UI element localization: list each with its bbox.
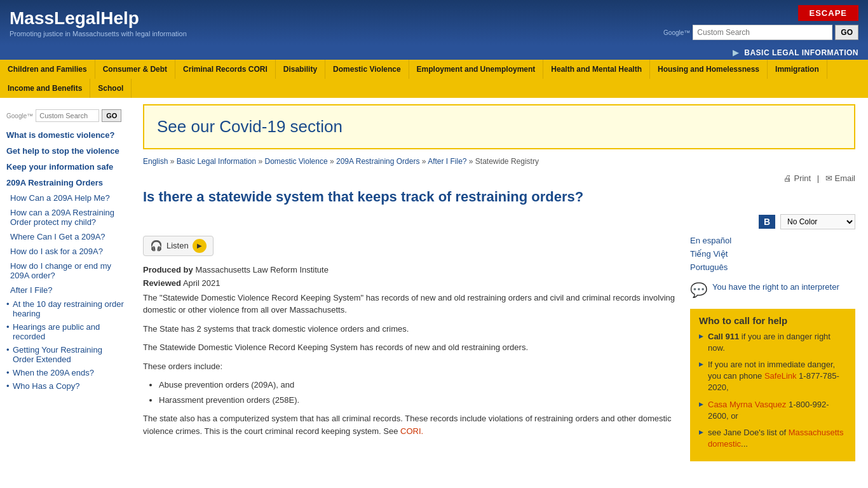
separator: | — [817, 173, 819, 183]
order-item-1: Harassment prevention orders (258E). — [159, 394, 677, 407]
sidebar-link-7[interactable]: How do I ask for a 209A? — [0, 244, 130, 259]
nav-item-criminal-records-cori[interactable]: Criminal Records CORI — [175, 60, 276, 79]
sidebar-link-0[interactable]: What is domestic violence? — [0, 127, 130, 143]
reviewed-label: Reviewed — [143, 278, 181, 288]
sidebar-link-9[interactable]: After I File? — [0, 283, 130, 297]
who-to-call-box: Who to call for help Call 911 if you are… — [690, 309, 855, 462]
nav-item-immigration[interactable]: Immigration — [768, 60, 827, 79]
play-button[interactable]: ▶ — [193, 239, 207, 253]
print-link[interactable]: Print — [794, 173, 811, 183]
email-link[interactable]: Email — [834, 173, 855, 183]
nav-item-children-and-families[interactable]: Children and Families — [0, 60, 95, 79]
browsealoud-bar: B No ColorHigh ContrastYellow on Black — [143, 214, 855, 229]
who-to-call-title: Who to call for help — [699, 315, 846, 326]
para-2: The State has 2 systems that track domes… — [143, 323, 677, 336]
sidebar-link-12[interactable]: Getting Your Restraining Order Extended — [0, 343, 130, 366]
nav-item-consumer--debt[interactable]: Consumer & Debt — [95, 60, 175, 79]
sidebar: Google™ GO What is domestic violence?Get… — [0, 98, 130, 474]
sidebar-link-8[interactable]: How do I change or end my 209A order? — [0, 259, 130, 283]
listen-bar: 🎧 Listen ▶ — [143, 236, 214, 256]
sidebar-link-13[interactable]: When the 209A ends? — [0, 366, 130, 379]
header-search-input[interactable] — [693, 25, 832, 40]
sidebar-google-label: Google™ — [6, 112, 33, 119]
nav-item-income-and-benefits[interactable]: Income and Benefits — [0, 79, 90, 98]
nav-item-health-and-mental-health[interactable]: Health and Mental Health — [543, 60, 650, 79]
sidebar-link-2[interactable]: Keep your information safe — [0, 159, 130, 175]
print-email-bar: 🖨 Print | ✉ Email — [143, 173, 855, 183]
nav-item-school[interactable]: School — [90, 79, 132, 98]
call-item-911: Call 911 if you are in danger right now. — [699, 331, 846, 354]
site-title[interactable]: MassLegalHelp — [10, 8, 139, 28]
interpreter-box: 💬 You have the right to an interpreter — [690, 282, 855, 299]
sidebar-search-input[interactable] — [36, 109, 99, 122]
cori-link[interactable]: CORI. — [400, 426, 423, 436]
right-sidebar: En español Tiếng Việt Português 💬 You ha… — [690, 236, 855, 462]
para-orders-include: These orders include: — [143, 360, 677, 373]
reviewed-line: Reviewed April 2021 — [143, 278, 677, 288]
language-links: En español Tiếng Việt Português — [690, 236, 855, 272]
header-search: Google™ GO — [663, 25, 858, 40]
para-3: The Statewide Domestic Violence Record K… — [143, 341, 677, 354]
article-body: The "Statewide Domestic Violence Record … — [143, 292, 677, 438]
browsealoud-button[interactable]: B — [759, 215, 775, 229]
sidebar-search-button[interactable]: GO — [102, 109, 121, 122]
breadcrumb-domestic-violence[interactable]: Domestic Violence — [264, 157, 327, 166]
basic-legal-arrow: ▶ — [733, 48, 739, 57]
content-area: See our Covid-19 section English » Basic… — [130, 98, 868, 474]
header-right: ESCAPE Google™ GO — [663, 5, 858, 40]
sidebar-link-1[interactable]: Get help to stop the violence — [0, 143, 130, 159]
print-icon: 🖨 — [783, 173, 792, 183]
nav-item-disability[interactable]: Disability — [276, 60, 325, 79]
page-title: Is there a statewide system that keeps t… — [143, 188, 855, 207]
breadcrumb-209a[interactable]: 209A Restraining Orders — [336, 157, 419, 166]
main-layout: Google™ GO What is domestic violence?Get… — [0, 98, 868, 474]
site-subtitle: Promoting justice in Massachusetts with … — [10, 30, 187, 37]
headphone-icon: 🎧 — [150, 240, 163, 252]
sidebar-link-14[interactable]: Who Has a Copy? — [0, 379, 130, 393]
call-item-safelink: If you are not in immediate danger, you … — [699, 359, 846, 394]
breadcrumb-basic-legal[interactable]: Basic Legal Information — [177, 157, 256, 166]
covid-banner[interactable]: See our Covid-19 section — [143, 104, 855, 149]
nav-item-employment-and-unemployment[interactable]: Employment and Unemployment — [409, 60, 544, 79]
para-cori: The state also has a computerized system… — [143, 412, 677, 437]
order-list: Abuse prevention orders (209A), and Hara… — [159, 379, 677, 406]
breadcrumb-current: Statewide Registry — [475, 157, 539, 166]
header-search-button[interactable]: GO — [835, 25, 858, 40]
reviewed-date: April 2021 — [183, 278, 220, 288]
listen-button[interactable]: Listen — [166, 241, 189, 250]
portugues-link[interactable]: Português — [690, 262, 855, 272]
covid-banner-text: See our Covid-19 section — [157, 117, 841, 137]
produced-by-label: Produced by — [143, 265, 193, 274]
email-icon: ✉ — [825, 173, 832, 183]
jane-doe-link[interactable]: Massachusetts domestic — [708, 428, 843, 449]
basic-legal-label: BASIC LEGAL INFORMATION — [744, 48, 858, 57]
casa-myrna-link[interactable]: Casa Myrna Vasquez — [708, 400, 786, 409]
breadcrumb-after-i-file[interactable]: After I File? — [428, 157, 466, 166]
sidebar-link-4[interactable]: How Can a 209A Help Me? — [0, 191, 130, 205]
escape-button[interactable]: ESCAPE — [798, 5, 858, 21]
safelink-link[interactable]: SafeLink — [764, 371, 797, 381]
nav-item-housing-and-homelessness[interactable]: Housing and Homelessness — [650, 60, 768, 79]
google-label: Google™ — [663, 29, 690, 36]
breadcrumb-english[interactable]: English — [143, 157, 168, 166]
produced-by: Produced by Massachusetts Law Reform Ins… — [143, 265, 677, 274]
sidebar-link-3[interactable]: 209A Restraining Orders — [0, 175, 130, 191]
interpreter-link[interactable]: You have the right to an interpreter — [712, 282, 839, 292]
produced-by-org: Massachusetts Law Reform Institute — [195, 265, 329, 274]
tieng-viet-link[interactable]: Tiếng Việt — [690, 249, 855, 259]
para-1: The "Statewide Domestic Violence Record … — [143, 292, 677, 316]
call-item-casa: Casa Myrna Vasquez 1-800-992-2600, or — [699, 399, 846, 422]
content-inner: 🎧 Listen ▶ Produced by Massachusetts Law… — [143, 236, 855, 462]
espanol-link[interactable]: En español — [690, 236, 855, 245]
main-text: 🎧 Listen ▶ Produced by Massachusetts Law… — [143, 236, 677, 462]
sidebar-link-10[interactable]: At the 10 day restraining order hearing — [0, 297, 130, 320]
sidebar-link-11[interactable]: Hearings are public and recorded — [0, 320, 130, 343]
sidebar-link-6[interactable]: Where Can I Get a 209A? — [0, 229, 130, 244]
basic-legal-bar[interactable]: ▶ BASIC LEGAL INFORMATION — [0, 45, 868, 60]
nav-item-domestic-violence[interactable]: Domestic Violence — [325, 60, 409, 79]
sidebar-links: What is domestic violence?Get help to st… — [0, 127, 130, 393]
call-911-strong: Call 911 — [708, 332, 739, 341]
breadcrumb: English » Basic Legal Information » Dome… — [143, 157, 855, 166]
sidebar-link-5[interactable]: How can a 209A Restraining Order protect… — [0, 205, 130, 229]
color-select[interactable]: No ColorHigh ContrastYellow on Black — [780, 214, 855, 229]
